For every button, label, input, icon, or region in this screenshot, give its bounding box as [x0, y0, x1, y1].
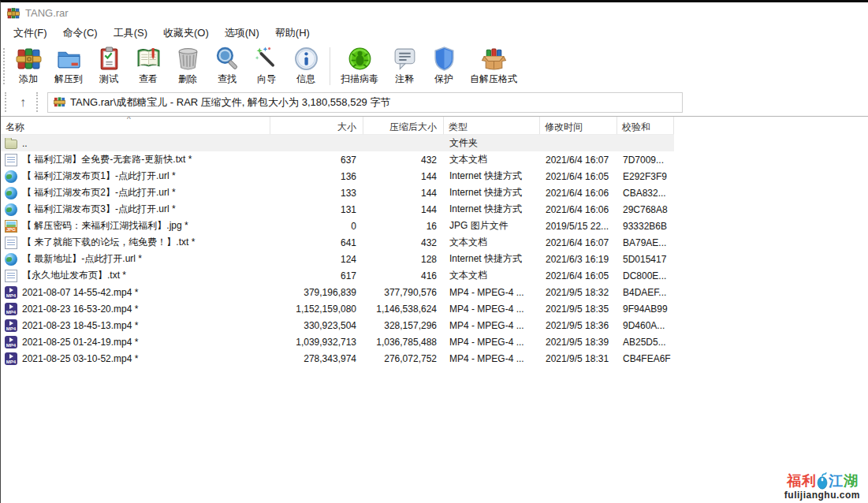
file-name: 2021-08-25 01-24-19.mp4 * [22, 337, 138, 348]
toolbar-gripper[interactable] [3, 48, 8, 84]
blue-folder-icon [56, 46, 82, 72]
add-button[interactable]: 添加 [9, 44, 48, 88]
txt-file-icon [5, 154, 17, 166]
cell-checksum: B4DAEF... [617, 287, 674, 298]
cell-size: 136 [270, 171, 363, 182]
cell-checksum: DC800E... [617, 270, 674, 281]
cell-checksum: E292F3F9 [617, 171, 674, 182]
wizard-button[interactable]: 向导 [247, 44, 286, 88]
cell-size: 133 [270, 188, 363, 199]
cell-modified: 2021/6/4 16:05 [540, 270, 617, 281]
menu-options[interactable]: 选项(N) [217, 24, 267, 43]
menu-commands[interactable]: 命令(C) [55, 24, 106, 43]
file-name: 2021-08-07 14-55-42.mp4 * [22, 287, 138, 298]
file-name: 【 解压密码：来福利江湖找福利】.jpg * [22, 219, 188, 233]
menu-help[interactable]: 帮助(H) [267, 24, 318, 43]
magic-wand-icon [254, 46, 280, 72]
txt-file-icon [5, 270, 17, 282]
column-header-packed[interactable]: 压缩后大小 [363, 117, 444, 134]
addressbar-gripper[interactable] [5, 92, 9, 112]
file-name: 【 福利江湖发布页2】-点此打开.url * [22, 186, 176, 199]
virus-scan-button[interactable]: 扫描病毒 [334, 44, 385, 88]
cell-type: 文本文档 [444, 153, 540, 166]
column-header-type[interactable]: 类型 [444, 117, 540, 134]
table-row[interactable]: 【永久地址发布页】.txt *617416文本文档2021/6/4 16:05D… [1, 267, 674, 284]
table-row[interactable]: 【 解压密码：来福利江湖找福利】.jpg *016JPG 图片文件2019/5/… [1, 218, 674, 234]
mp4-file-icon [5, 319, 17, 332]
addressbar-gripper-2[interactable] [36, 92, 41, 112]
up-directory-button[interactable]: ↑ [12, 92, 34, 113]
table-row[interactable]: 【 最新地址】-点此打开.url *124128Internet 快捷方式202… [1, 251, 674, 267]
menu-tools[interactable]: 工具(S) [106, 24, 155, 43]
table-row[interactable]: 2021-08-25 01-24-19.mp4 *1,039,932,7131,… [1, 333, 674, 350]
url-file-icon [5, 187, 17, 199]
table-row[interactable]: 2021-08-23 18-45-13.mp4 *330,923,504328,… [1, 317, 674, 333]
cell-modified: 2021/9/5 18:35 [540, 304, 617, 315]
info-button[interactable]: 信息 [286, 44, 326, 88]
view-button[interactable]: 查看 [129, 44, 168, 88]
toolbar-label: 信息 [296, 73, 315, 86]
table-row[interactable]: 【 来了就能下载的论坛，纯免费！】.txt *641432文本文档2021/6/… [1, 234, 674, 251]
protect-button[interactable]: 保护 [424, 44, 464, 88]
column-header-name[interactable]: 名称 ^ [1, 117, 270, 134]
extract-to-button[interactable]: 解压到 [48, 44, 89, 88]
table-row[interactable]: ..文件夹 [1, 135, 674, 151]
table-row[interactable]: 【 福利江湖】全免费-无套路-更新快.txt *637432文本文档2021/6… [1, 151, 674, 168]
cell-size: 124 [270, 254, 363, 265]
find-button[interactable]: 查找 [207, 44, 247, 88]
watermark-domain: fulijianghu.com [784, 490, 860, 501]
cell-size: 1,039,932,713 [270, 337, 363, 348]
cell-modified: 2021/9/5 18:31 [540, 353, 617, 364]
sfx-button[interactable]: 自解压格式 [464, 44, 523, 88]
sort-ascending-indicator: ^ [127, 117, 131, 124]
cell-checksum: 29C768A8 [617, 204, 674, 215]
cell-name: 【 福利江湖】全免费-无套路-更新快.txt * [1, 153, 270, 166]
table-row[interactable]: 2021-08-23 16-53-20.mp4 *1,152,159,0801,… [1, 300, 674, 317]
cell-packed: 416 [363, 270, 444, 281]
table-row[interactable]: 【 福利江湖发布页1】-点此打开.url *136144Internet 快捷方… [1, 168, 674, 184]
test-button[interactable]: 测试 [89, 44, 129, 88]
toolbar-label: 测试 [99, 73, 118, 86]
mp4-file-icon [5, 352, 17, 365]
menu-favorites[interactable]: 收藏夹(O) [155, 24, 217, 43]
toolbar-label: 删除 [178, 73, 197, 86]
cell-modified: 2021/6/4 16:07 [540, 155, 617, 166]
cell-modified: 2021/6/4 16:06 [540, 204, 617, 215]
comment-button[interactable]: 注释 [385, 44, 424, 88]
table-row[interactable]: 2021-08-25 03-10-52.mp4 *278,343,974276,… [1, 350, 674, 367]
delete-button[interactable]: 删除 [168, 44, 207, 88]
address-field[interactable]: TANG.rar\成都糖宝儿 - RAR 压缩文件, 解包大小为 3,180,5… [47, 92, 683, 113]
watermark-logo: 福 利 江 湖 [787, 471, 858, 490]
table-row[interactable]: 【 福利江湖发布页2】-点此打开.url *133144Internet 快捷方… [1, 184, 674, 201]
list-header: 名称 ^ 大小 压缩后大小 类型 修改时间 校验和 [1, 117, 674, 135]
clipboard-check-icon [96, 46, 122, 72]
mouse-icon [817, 472, 828, 490]
cell-checksum: AB25D5... [617, 337, 674, 348]
cell-packed: 1,146,538,624 [363, 304, 444, 315]
cell-type: Internet 快捷方式 [444, 170, 540, 183]
column-header-modified[interactable]: 修改时间 [540, 117, 617, 134]
file-name: 【 最新地址】-点此打开.url * [22, 252, 142, 266]
cell-type: JPG 图片文件 [444, 219, 540, 233]
url-file-icon [5, 170, 17, 183]
toolbar-label: 查看 [139, 73, 158, 86]
cell-modified: 2019/5/15 22... [540, 221, 617, 232]
table-row[interactable]: 2021-08-07 14-55-42.mp4 *379,196,839377,… [1, 284, 674, 300]
folder-file-icon [5, 140, 17, 149]
cell-name: 【 福利江湖发布页2】-点此打开.url * [1, 186, 270, 199]
cell-modified: 2021/9/5 18:36 [540, 320, 617, 331]
table-row[interactable]: 【 福利江湖发布页3】-点此打开.url *131144Internet 快捷方… [1, 201, 674, 218]
column-header-checksum[interactable]: 校验和 [617, 117, 674, 134]
toolbar-label: 扫描病毒 [341, 73, 378, 86]
cell-type: MP4 - MPEG-4 ... [444, 337, 540, 348]
file-name: 【 福利江湖发布页3】-点此打开.url * [22, 203, 176, 216]
watermark-char-fu: 福 [787, 471, 801, 490]
menu-file[interactable]: 文件(F) [6, 24, 55, 43]
mp4-file-icon [5, 303, 17, 315]
cell-checksum: CBA832... [617, 188, 674, 199]
winrar-window: TANG.rar 文件(F) 命令(C) 工具(S) 收藏夹(O) 选项(N) … [0, 0, 868, 503]
cell-type: MP4 - MPEG-4 ... [444, 320, 540, 331]
cell-packed: 144 [363, 171, 444, 182]
column-header-size[interactable]: 大小 [270, 117, 363, 134]
file-list: 名称 ^ 大小 压缩后大小 类型 修改时间 校验和 ..文件夹【 福利江湖】全免… [1, 117, 868, 367]
